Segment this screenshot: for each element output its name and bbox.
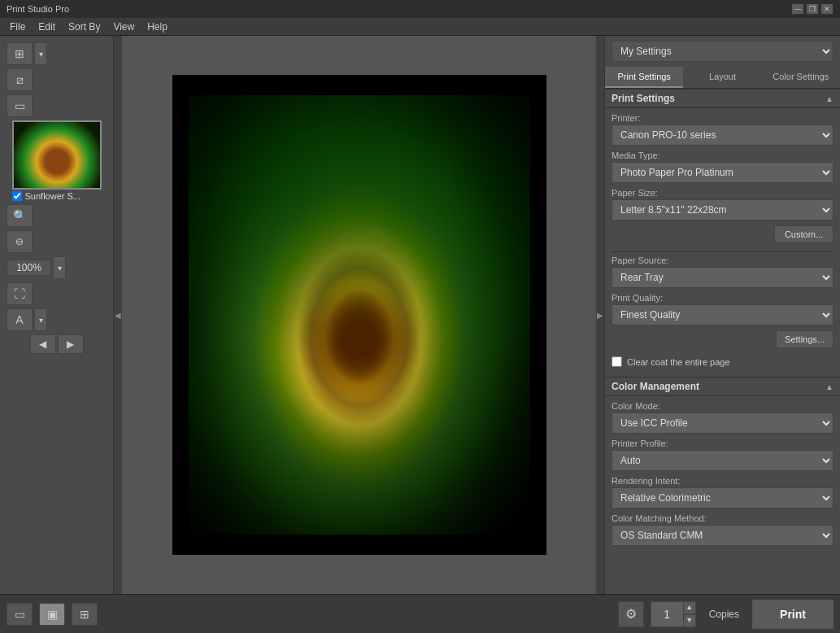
zoom-dropdown-icon[interactable]: ▾ — [53, 256, 66, 279]
color-mode-select[interactable]: Use ICC Profile — [612, 413, 833, 434]
printer-profile-label: Printer Profile: — [612, 439, 833, 448]
thumbnail-preview — [14, 122, 100, 188]
print-quality-group: Print Quality: Finest Quality — [612, 293, 833, 325]
text-icon[interactable]: A — [7, 308, 33, 331]
print-quality-label: Print Quality: — [612, 293, 833, 303]
window-controls: — ❒ ✕ — [791, 3, 833, 15]
tab-print-settings[interactable]: Print Settings — [605, 67, 683, 88]
printer-profile-select[interactable]: Auto — [612, 450, 833, 471]
fit-icon[interactable]: ⛶ — [7, 282, 33, 305]
menu-file[interactable]: File — [3, 20, 32, 34]
view-single-button[interactable]: ▭ — [7, 603, 33, 626]
print-button[interactable]: Print — [752, 600, 833, 629]
text-dropdown-icon[interactable]: ▾ — [34, 308, 47, 331]
paper-size-group: Paper Size: Letter 8.5"x11" 22x28cm — [612, 188, 833, 220]
copies-spinner: ▲ ▼ — [683, 601, 696, 627]
tab-color-settings[interactable]: Color Settings — [762, 67, 840, 88]
color-matching-group: Color Matching Method: OS Standard CMM — [612, 513, 833, 546]
view-double-button[interactable]: ▣ — [39, 603, 65, 626]
thumbnail-checkbox[interactable] — [12, 191, 22, 201]
color-mode-label: Color Mode: — [612, 401, 833, 411]
layout-icon[interactable]: ⊞ — [7, 42, 33, 65]
tab-layout[interactable]: Layout — [683, 67, 761, 88]
left-chevron-icon: ◀ — [115, 311, 121, 320]
spacer-1 — [605, 370, 840, 377]
zoom-in-icon[interactable]: 🔍 — [7, 204, 33, 227]
print-settings-content: Printer: Canon PRO-10 series Media Type:… — [605, 108, 840, 353]
minimize-button[interactable]: — — [791, 3, 804, 15]
printer-label: Printer: — [612, 113, 833, 123]
copies-label: Copies — [703, 609, 746, 620]
copies-input[interactable] — [651, 601, 683, 627]
color-management-content: Color Mode: Use ICC Profile Printer Prof… — [605, 396, 840, 556]
bottom-bar: ▭ ▣ ⊞ ⚙ ▲ ▼ Copies Print — [0, 594, 840, 633]
copies-control: ▲ ▼ — [651, 601, 696, 627]
clear-coat-checkbox[interactable] — [612, 356, 622, 367]
color-matching-select[interactable]: OS Standard CMM — [612, 525, 833, 546]
close-button[interactable]: ✕ — [820, 3, 833, 15]
view-grid-button[interactable]: ⊞ — [72, 603, 98, 626]
color-mode-group: Color Mode: Use ICC Profile — [612, 401, 833, 434]
menu-edit[interactable]: Edit — [32, 20, 62, 34]
zoom-level-row: 100% ▾ — [3, 256, 110, 279]
paper-source-label: Paper Source: — [612, 255, 833, 265]
printer-group: Printer: Canon PRO-10 series — [612, 113, 833, 146]
printer-profile-group: Printer Profile: Auto — [612, 439, 833, 471]
paper-size-select[interactable]: Letter 8.5"x11" 22x28cm — [612, 199, 833, 220]
clear-coat-row: Clear coat the entire page — [605, 353, 840, 370]
paper-source-select[interactable]: Rear Tray — [612, 267, 833, 288]
thumbnail-panel: ⊞ ▾ ⧄ ▭ Sunflower S... 🔍 ⊖ 100% ▾ — [0, 36, 114, 594]
media-type-group: Media Type: Photo Paper Pro Platinum — [612, 151, 833, 183]
print-quality-select[interactable]: Finest Quality — [612, 304, 833, 325]
copies-down-button[interactable]: ▼ — [683, 614, 696, 627]
zoom-level-display: 100% — [7, 260, 51, 276]
canvas-area — [122, 36, 596, 594]
media-type-select[interactable]: Photo Paper Pro Platinum — [612, 162, 833, 183]
thumbnail-item: Sunflower S... — [12, 120, 102, 201]
paper-size-label: Paper Size: — [612, 188, 833, 198]
print-canvas — [172, 75, 546, 555]
right-chevron-icon: ▶ — [597, 311, 603, 320]
settings-btn-row: Settings... — [612, 330, 833, 348]
zoom-out-toolbar: ⊖ — [3, 230, 110, 253]
color-management-label: Color Management — [612, 381, 699, 392]
title-bar: Print Studio Pro — ❒ ✕ — [0, 0, 840, 18]
right-panel-collapse-handle[interactable]: ▶ — [596, 36, 604, 594]
rendering-intent-label: Rendering Intent: — [612, 476, 833, 486]
color-management-collapse-icon: ▲ — [825, 382, 833, 391]
rendering-intent-group: Rendering Intent: Relative Colorimetric — [612, 476, 833, 509]
crop-toolbar: ⧄ — [3, 68, 110, 91]
menu-help[interactable]: Help — [141, 20, 174, 34]
my-settings-select[interactable]: My Settings — [612, 41, 833, 62]
thumbnail-image[interactable] — [12, 120, 102, 190]
next-arrow-button[interactable]: ▶ — [58, 334, 84, 354]
print-settings-section-header[interactable]: Print Settings ▲ — [605, 89, 840, 108]
paper-source-group: Paper Source: Rear Tray — [612, 255, 833, 288]
print-settings-section-label: Print Settings — [612, 93, 675, 104]
my-settings-row: My Settings — [605, 36, 840, 67]
menu-sortby[interactable]: Sort By — [62, 20, 107, 34]
display-icon[interactable]: ▭ — [7, 94, 33, 117]
separator-1 — [612, 251, 833, 252]
nav-arrows: ◀ ▶ — [27, 334, 87, 354]
settings-button[interactable]: Settings... — [776, 330, 833, 348]
thumbnail-label: Sunflower S... — [12, 191, 102, 201]
maximize-button[interactable]: ❒ — [806, 3, 819, 15]
menu-view[interactable]: View — [107, 20, 141, 34]
color-management-section-header[interactable]: Color Management ▲ — [605, 377, 840, 396]
copies-up-button[interactable]: ▲ — [683, 601, 696, 614]
rendering-intent-select[interactable]: Relative Colorimetric — [612, 487, 833, 509]
printer-select[interactable]: Canon PRO-10 series — [612, 124, 833, 146]
fit-toolbar: ⛶ — [3, 282, 110, 305]
zoom-out-icon[interactable]: ⊖ — [7, 230, 33, 253]
custom-button[interactable]: Custom... — [774, 225, 833, 243]
left-panel-collapse-handle[interactable]: ◀ — [114, 36, 122, 594]
gear-settings-button[interactable]: ⚙ — [618, 601, 644, 627]
right-panel: My Settings Print Settings Layout Color … — [604, 36, 840, 594]
dropdown-arrow-icon[interactable]: ▾ — [34, 42, 47, 65]
custom-btn-row: Custom... — [612, 225, 833, 248]
prev-arrow-button[interactable]: ◀ — [30, 334, 56, 354]
sunflower-image — [189, 95, 530, 535]
main-layout: ⊞ ▾ ⧄ ▭ Sunflower S... 🔍 ⊖ 100% ▾ — [0, 36, 840, 594]
crop-icon[interactable]: ⧄ — [7, 68, 33, 91]
